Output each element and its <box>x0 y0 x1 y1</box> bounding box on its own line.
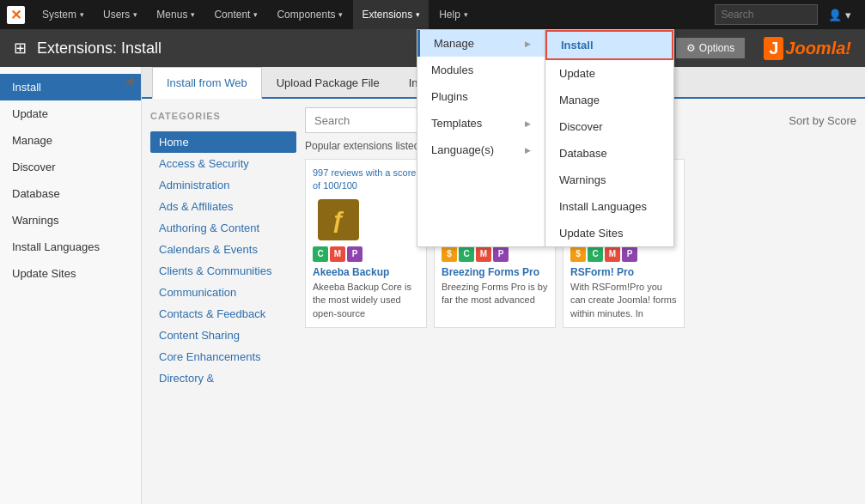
caret-icon: ▾ <box>191 10 195 19</box>
caret-right-icon: ▶ <box>525 119 531 128</box>
card-desc: Breezing Forms Pro is by far the most ad… <box>442 281 548 307</box>
cat-item-home[interactable]: Home <box>150 131 296 153</box>
ext-card-akeeba[interactable]: 997 reviews with a score of 100/100 ƒ C … <box>305 159 427 328</box>
dd-warnings[interactable]: Warnings <box>545 167 673 193</box>
dropdown-left: Manage ▶ Modules Plugins Templates ▶ Lan… <box>417 29 545 247</box>
card-desc: Akeeba Backup Core is the most widely us… <box>313 281 419 320</box>
cat-item-calendars[interactable]: Calendars & Events <box>150 239 296 260</box>
badge-m: M <box>476 246 491 262</box>
sidebar-item-install[interactable]: Install <box>0 74 141 100</box>
card-score: 997 reviews with a score of 100/100 <box>313 167 419 193</box>
dd-manage[interactable]: Manage ▶ <box>417 30 545 57</box>
cat-item-contacts[interactable]: Contacts & Feedback <box>150 303 296 325</box>
nav-help[interactable]: Help ▾ <box>430 0 477 29</box>
categories-panel: CATEGORIES Home Access & Security Admini… <box>150 107 296 488</box>
sidebar-item-update-sites[interactable]: Update Sites <box>0 260 141 287</box>
dd-languages[interactable]: Language(s) ▶ <box>417 137 545 163</box>
dd-install-languages[interactable]: Install Languages <box>545 193 673 220</box>
nav-extensions[interactable]: Extensions ▾ <box>353 0 429 29</box>
cat-item-administration[interactable]: Administration <box>150 174 296 196</box>
badge-dollar: $ <box>570 246 586 262</box>
cat-item-core[interactable]: Core Enhancements <box>150 346 296 367</box>
card-badges: C M P <box>313 246 419 262</box>
page-title: Extensions: Install <box>37 39 161 58</box>
caret-icon: ▾ <box>338 10 343 19</box>
dd-plugins[interactable]: Plugins <box>417 83 545 110</box>
joomla-icon: ✕ <box>7 6 25 24</box>
sort-label: Sort by Score <box>789 114 856 127</box>
dd-database[interactable]: Database <box>545 140 673 167</box>
badge-dollar: $ <box>442 246 457 262</box>
cat-item-clients[interactable]: Clients & Communities <box>150 260 296 282</box>
categories-title: CATEGORIES <box>150 107 296 124</box>
nav-menus[interactable]: Menus ▾ <box>148 0 204 29</box>
dd-manage-right[interactable]: Manage <box>545 87 673 113</box>
sidebar-menu: Install Update Manage Discover Database … <box>0 74 141 287</box>
gear-icon: ⚙ <box>686 42 696 54</box>
badge-c: C <box>459 246 474 262</box>
cat-item-communication[interactable]: Communication <box>150 282 296 303</box>
card-name: Breezing Forms Pro <box>442 266 548 278</box>
card-badges: $ C M P <box>442 246 548 262</box>
puzzle-icon: ⊞ <box>14 39 27 58</box>
cat-item-content-sharing[interactable]: Content Sharing <box>150 325 296 346</box>
tab-upload-package[interactable]: Upload Package File <box>262 67 394 99</box>
card-desc: With RSForm!Pro you can create Joomla! f… <box>570 281 677 320</box>
dd-discover[interactable]: Discover <box>545 113 673 140</box>
sidebar-item-manage[interactable]: Manage <box>0 127 141 154</box>
caret-right-icon: ▶ <box>525 39 531 48</box>
nav-system[interactable]: System ▾ <box>34 0 93 29</box>
card-name: Akeeba Backup <box>313 266 419 278</box>
sidebar-item-install-languages[interactable]: Install Languages <box>0 234 141 260</box>
badge-p: P <box>622 246 637 262</box>
badge-c: C <box>313 246 328 262</box>
dd-update-sites[interactable]: Update Sites <box>545 220 673 246</box>
badge-c: C <box>588 246 603 262</box>
dropdown-right: Install Update Manage Discover Database … <box>545 29 674 247</box>
tab-install-from-web[interactable]: Install from Web <box>152 67 262 99</box>
caret-icon: ▾ <box>80 10 84 19</box>
sidebar-item-database[interactable]: Database <box>0 180 141 207</box>
akeeba-icon: ƒ <box>318 199 359 240</box>
badge-m: M <box>330 246 345 262</box>
cat-item-directory[interactable]: Directory & <box>150 367 296 389</box>
caret-icon: ▾ <box>253 10 258 19</box>
sidebar-item-update[interactable]: Update <box>0 100 141 127</box>
options-button[interactable]: ⚙ Options <box>676 38 745 58</box>
cat-item-ads[interactable]: Ads & Affiliates <box>150 196 296 217</box>
sidebar: ◀ Install Update Manage Discover Databas… <box>0 67 142 504</box>
dropdown-container: Manage ▶ Modules Plugins Templates ▶ Lan… <box>417 29 674 247</box>
nav-components[interactable]: Components ▾ <box>268 0 351 29</box>
dd-templates[interactable]: Templates ▶ <box>417 110 545 137</box>
badge-p: P <box>347 246 362 262</box>
top-search-input[interactable] <box>715 4 818 25</box>
dd-modules[interactable]: Modules <box>417 57 545 83</box>
cat-item-authoring[interactable]: Authoring & Content <box>150 217 296 239</box>
joomla-j-logo: J <box>764 37 783 60</box>
cat-item-access[interactable]: Access & Security <box>150 153 296 174</box>
dd-update[interactable]: Update <box>545 60 673 87</box>
caret-icon: ▾ <box>416 10 420 19</box>
nav-users[interactable]: Users ▾ <box>94 0 146 29</box>
sidebar-item-warnings[interactable]: Warnings <box>0 207 141 234</box>
card-badges: $ C M P <box>570 246 677 262</box>
badge-m: M <box>605 246 620 262</box>
akeeba-logo: ƒ <box>313 198 364 241</box>
caret-icon: ▾ <box>133 10 137 19</box>
sidebar-item-discover[interactable]: Discover <box>0 154 141 180</box>
caret-icon: ▾ <box>464 10 468 19</box>
user-menu[interactable]: 👤 ▾ <box>821 0 858 29</box>
top-navbar: ✕ System ▾ Users ▾ Menus ▾ Content ▾ Com… <box>0 0 865 29</box>
sidebar-toggle[interactable]: ◀ <box>125 74 134 88</box>
dd-install[interactable]: Install <box>545 30 673 60</box>
caret-right-icon: ▶ <box>525 146 531 155</box>
joomla-wordmark: Joomla! <box>785 39 851 58</box>
badge-p: P <box>493 246 509 262</box>
joomla-brand: J Joomla! <box>764 37 851 60</box>
nav-content[interactable]: Content ▾ <box>205 0 266 29</box>
card-name: RSForm! Pro <box>570 266 677 278</box>
